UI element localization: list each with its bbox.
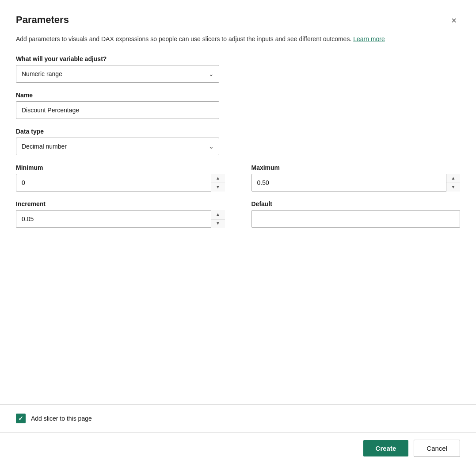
minimum-spinbox-buttons: ▲ ▼ — [211, 174, 225, 192]
learn-more-link[interactable]: Learn more — [353, 35, 385, 42]
maximum-spinbox-buttons: ▲ ▼ — [446, 174, 460, 192]
dialog-body: Parameters × Add parameters to visuals a… — [0, 0, 476, 404]
minimum-spinbox-wrapper: ▲ ▼ — [16, 174, 225, 192]
description-text: Add parameters to visuals and DAX expres… — [16, 35, 460, 44]
variable-field-group: What will your variable adjust? Numeric … — [16, 55, 460, 83]
maximum-spinbox-wrapper: ▲ ▼ — [251, 174, 461, 192]
dialog-header: Parameters × — [16, 14, 460, 27]
maximum-label: Maximum — [251, 164, 461, 171]
add-slicer-label[interactable]: Add slicer to this page — [31, 415, 92, 422]
parameters-dialog: Parameters × Add parameters to visuals a… — [0, 0, 476, 464]
variable-select[interactable]: Numeric range Field — [16, 65, 219, 83]
maximum-col: Maximum ▲ ▼ — [251, 164, 461, 192]
minimum-col: Minimum ▲ ▼ — [16, 164, 225, 192]
name-label: Name — [16, 92, 460, 99]
data-type-select[interactable]: Decimal number Whole number Text Date/Ti… — [16, 138, 219, 155]
dialog-title: Parameters — [16, 14, 69, 26]
increment-label: Increment — [16, 200, 225, 207]
increment-spinbox-buttons: ▲ ▼ — [211, 210, 225, 228]
default-col: Default — [251, 200, 461, 228]
increment-default-row: Increment ▲ ▼ Default — [16, 200, 460, 228]
variable-label: What will your variable adjust? — [16, 55, 460, 62]
increment-increment-button[interactable]: ▲ — [211, 210, 225, 219]
name-input[interactable] — [16, 101, 219, 119]
spacer — [16, 237, 460, 316]
data-type-label: Data type — [16, 128, 460, 135]
default-label: Default — [251, 200, 461, 207]
data-type-select-wrapper: Decimal number Whole number Text Date/Ti… — [16, 138, 219, 155]
increment-decrement-button[interactable]: ▼ — [211, 219, 225, 228]
data-type-field-group: Data type Decimal number Whole number Te… — [16, 128, 460, 155]
close-button[interactable]: × — [448, 14, 460, 27]
increment-input[interactable] — [16, 210, 225, 228]
name-field-group: Name — [16, 92, 460, 119]
min-max-row: Minimum ▲ ▼ Maximum ▲ ▼ — [16, 164, 460, 192]
increment-col: Increment ▲ ▼ — [16, 200, 225, 228]
maximum-decrement-button[interactable]: ▼ — [446, 183, 460, 192]
minimum-input[interactable] — [16, 174, 225, 192]
maximum-input[interactable] — [251, 174, 461, 192]
increment-spinbox-wrapper: ▲ ▼ — [16, 210, 225, 228]
action-footer: Create Cancel — [0, 432, 476, 464]
minimum-increment-button[interactable]: ▲ — [211, 174, 225, 183]
create-button[interactable]: Create — [363, 440, 409, 456]
cancel-button[interactable]: Cancel — [414, 440, 460, 457]
add-slicer-checkbox[interactable]: ✓ — [16, 414, 26, 423]
checkbox-section: ✓ Add slicer to this page — [0, 404, 476, 432]
minimum-label: Minimum — [16, 164, 225, 171]
checkmark-icon: ✓ — [18, 415, 23, 422]
default-input[interactable] — [251, 210, 461, 228]
minimum-decrement-button[interactable]: ▼ — [211, 183, 225, 192]
variable-select-wrapper: Numeric range Field ⌄ — [16, 65, 219, 83]
maximum-increment-button[interactable]: ▲ — [446, 174, 460, 183]
